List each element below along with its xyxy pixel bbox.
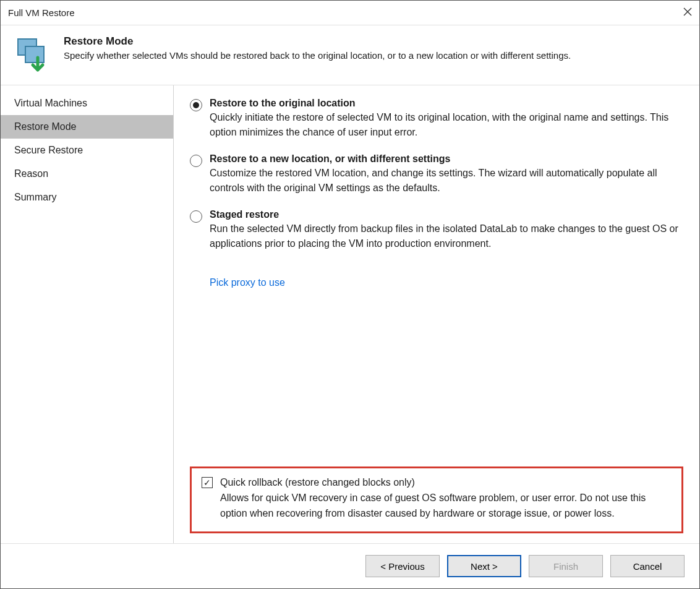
radio-staged-restore[interactable] bbox=[190, 210, 202, 223]
window-title: Full VM Restore bbox=[8, 7, 667, 18]
page-title: Restore Mode bbox=[64, 35, 686, 48]
proxy-link-row: Pick proxy to use bbox=[210, 277, 683, 288]
option-restore-original[interactable]: Restore to the original location Quickly… bbox=[190, 98, 683, 140]
sidebar-item-restore-mode[interactable]: Restore Mode bbox=[1, 115, 173, 139]
footer-buttons: < Previous Next > Finish Cancel bbox=[1, 543, 699, 588]
pick-proxy-link[interactable]: Pick proxy to use bbox=[210, 277, 285, 288]
quick-rollback-label: Quick rollback (restore changed blocks o… bbox=[220, 477, 672, 488]
quick-rollback-checkbox[interactable]: ✓ bbox=[202, 477, 213, 488]
option-staged-restore[interactable]: Staged restore Run the selected VM direc… bbox=[190, 209, 683, 251]
header-text: Restore Mode Specify whether selected VM… bbox=[64, 35, 686, 61]
cancel-button[interactable]: Cancel bbox=[610, 555, 685, 577]
sidebar-item-reason[interactable]: Reason bbox=[1, 162, 173, 186]
close-icon[interactable] bbox=[667, 7, 692, 19]
quick-rollback-highlight: ✓ Quick rollback (restore changed blocks… bbox=[190, 466, 683, 533]
quick-rollback-desc: Allows for quick VM recovery in case of … bbox=[220, 491, 672, 522]
header: Restore Mode Specify whether selected VM… bbox=[1, 25, 699, 85]
option-title: Staged restore bbox=[210, 209, 683, 220]
restore-wizard-icon bbox=[14, 35, 51, 72]
sidebar-item-secure-restore[interactable]: Secure Restore bbox=[1, 139, 173, 162]
option-desc: Quickly initiate the restore of selected… bbox=[210, 110, 683, 140]
radio-restore-new-location[interactable] bbox=[190, 155, 202, 167]
wizard-steps-sidebar: Virtual Machines Restore Mode Secure Res… bbox=[1, 85, 174, 543]
quick-rollback-row[interactable]: ✓ Quick rollback (restore changed blocks… bbox=[202, 477, 672, 522]
sidebar-item-summary[interactable]: Summary bbox=[1, 186, 173, 209]
sidebar-item-virtual-machines[interactable]: Virtual Machines bbox=[1, 92, 173, 115]
option-restore-new-location[interactable]: Restore to a new location, or with diffe… bbox=[190, 153, 683, 196]
dialog-window: Full VM Restore Restore Mode Specify whe… bbox=[0, 0, 700, 589]
option-desc: Customize the restored VM location, and … bbox=[210, 166, 683, 196]
option-title: Restore to the original location bbox=[210, 98, 683, 109]
body: Virtual Machines Restore Mode Secure Res… bbox=[1, 85, 699, 543]
previous-button[interactable]: < Previous bbox=[365, 555, 440, 577]
option-title: Restore to a new location, or with diffe… bbox=[210, 153, 683, 165]
page-subtitle: Specify whether selected VMs should be r… bbox=[64, 50, 686, 61]
option-desc: Run the selected VM directly from backup… bbox=[210, 221, 683, 251]
titlebar: Full VM Restore bbox=[1, 1, 699, 25]
checkmark-icon: ✓ bbox=[203, 478, 211, 487]
finish-button: Finish bbox=[529, 555, 603, 577]
radio-restore-original[interactable] bbox=[190, 99, 202, 111]
svg-rect-3 bbox=[25, 46, 44, 62]
next-button[interactable]: Next > bbox=[447, 555, 521, 577]
content-pane: Restore to the original location Quickly… bbox=[174, 85, 699, 543]
